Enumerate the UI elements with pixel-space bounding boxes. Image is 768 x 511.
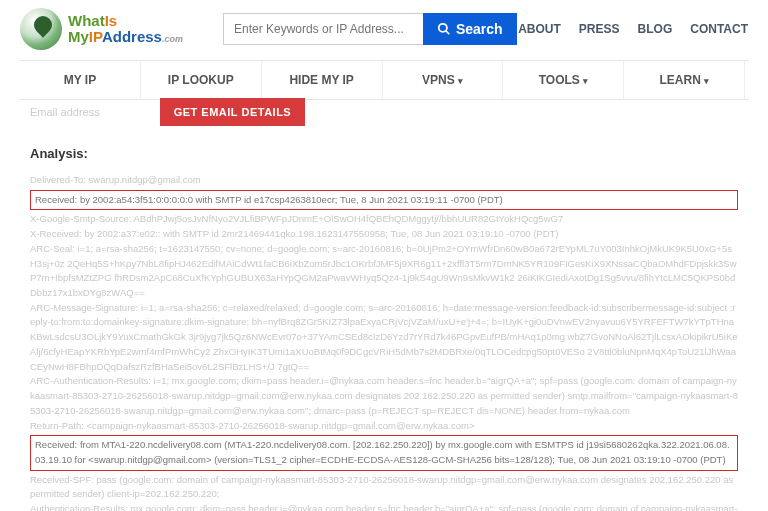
nav-contact[interactable]: CONTACT (690, 22, 748, 36)
top-nav: ABOUT PRESS BLOG CONTACT (518, 22, 748, 36)
analysis-log: Delivered-To: swarup.nitdgp@gmail.com Re… (30, 173, 738, 511)
log-line: Received-SPF: pass (google.com: domain o… (30, 473, 738, 502)
logo[interactable]: WhatIs MyIPAddress.com (20, 8, 183, 50)
svg-line-1 (446, 31, 450, 35)
search-input[interactable] (223, 13, 423, 45)
get-email-details-button[interactable]: GET EMAIL DETAILS (160, 98, 306, 126)
tab-learn[interactable]: LEARN▾ (624, 61, 745, 99)
email-address-label: Email address (30, 106, 100, 118)
logo-globe-icon (20, 8, 62, 50)
tab-iplookup[interactable]: IP LOOKUP (141, 61, 262, 99)
tab-hidemyip[interactable]: HIDE MY IP (262, 61, 383, 99)
search-icon (437, 22, 451, 36)
tab-vpns[interactable]: VPNS▾ (383, 61, 504, 99)
search-form: Search (223, 13, 517, 45)
log-line: Authentication-Results: mx.google.com; d… (30, 502, 738, 511)
tab-tools[interactable]: TOOLS▾ (503, 61, 624, 99)
log-line: ARC-Message-Signature: i=1; a=rsa-sha256… (30, 301, 738, 375)
log-line: X-Received: by 2002:a37:e02:: with SMTP … (30, 227, 738, 242)
highlighted-received-1: Received: by 2002:a54:3f51:0:0:0:0:0 wit… (30, 190, 738, 211)
log-line: X-Google-Smtp-Source: ABdhPJwj5osJvNfNyo… (30, 212, 738, 227)
nav-press[interactable]: PRESS (579, 22, 620, 36)
chevron-down-icon: ▾ (704, 76, 709, 86)
main-nav: MY IP IP LOOKUP HIDE MY IP VPNS▾ TOOLS▾ … (20, 60, 748, 100)
svg-point-0 (439, 24, 447, 32)
subbar: Email address GET EMAIL DETAILS (0, 98, 768, 132)
log-line: Return-Path: <campaign-nykaasmart-85303-… (30, 419, 738, 434)
search-button[interactable]: Search (423, 13, 517, 45)
chevron-down-icon: ▾ (458, 76, 463, 86)
log-line: ARC-Authentication-Results: i=1; mx.goog… (30, 374, 738, 418)
log-line: ARC-Seal: i=1; a=rsa-sha256; t=162314755… (30, 242, 738, 301)
log-line: Delivered-To: swarup.nitdgp@gmail.com (30, 173, 738, 188)
chevron-down-icon: ▾ (583, 76, 588, 86)
tab-myip[interactable]: MY IP (20, 61, 141, 99)
analysis-heading: Analysis: (30, 146, 738, 161)
nav-blog[interactable]: BLOG (638, 22, 673, 36)
nav-about[interactable]: ABOUT (518, 22, 561, 36)
logo-text: WhatIs MyIPAddress.com (68, 13, 183, 45)
highlighted-received-2: Received: from MTA1-220.ncdelivery08.com… (30, 435, 738, 470)
